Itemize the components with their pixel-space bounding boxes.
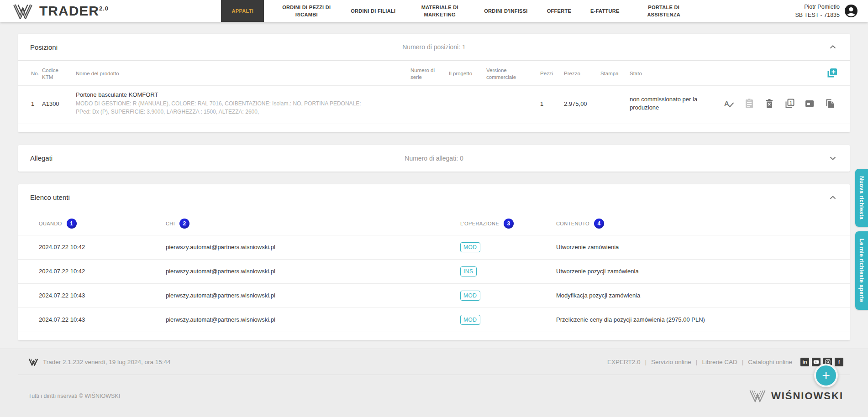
positions-collapse-button[interactable] — [828, 42, 838, 52]
position-no: 1 — [18, 85, 39, 124]
footer-links: EXPERT2.0 | Servizio online | Librerie C… — [607, 358, 850, 366]
position-print — [598, 85, 627, 124]
footer-bottom-row: Tutti i diritti riservati © WIŚNIOWSKI W… — [18, 375, 850, 417]
log-who: pierwszy.automat@partners.wisniowski.pl — [162, 259, 457, 283]
copy-icon[interactable] — [824, 98, 835, 109]
step-1-badge: 1 — [67, 219, 77, 229]
log-content: Utworzenie zamówienia — [552, 235, 850, 259]
nav-item-offerte[interactable]: OFFERTE — [545, 0, 573, 22]
col-header-who: CHI 2 — [162, 211, 457, 235]
nav-item-ordini-infissi[interactable]: ORDINI D'INFISSI — [482, 0, 529, 22]
nav-item-e-fatture[interactable]: E-FATTURE — [589, 0, 621, 22]
validate-icon[interactable]: A — [724, 98, 735, 109]
new-request-tab[interactable]: Nuova richiesta — [855, 169, 868, 227]
col-header-when: QUANDO 1 — [18, 211, 162, 235]
position-status: non commissionato per la produzione — [627, 85, 713, 124]
operation-badge: MOD — [460, 315, 480, 325]
youtube-icon[interactable] — [812, 358, 821, 366]
facebook-icon[interactable]: f — [835, 358, 843, 366]
operation-badge: MOD — [460, 291, 480, 301]
delete-icon[interactable] — [764, 98, 775, 109]
col-header-product-name: Nome del prodotto — [73, 61, 408, 85]
user-info: Piotr Pomietło SB TEST - 71835 — [795, 3, 840, 19]
col-header-version: Versione commerciale — [484, 61, 537, 85]
nav-item-materiale-marketing[interactable]: MATERIALE DI MARKETING — [413, 0, 467, 22]
attachments-panel: Allegati Numero di allegati: 0 — [18, 145, 850, 172]
log-when: 2024.07.22 10:43 — [18, 308, 162, 332]
order-card-icon[interactable] — [804, 98, 815, 109]
product-description: MODO DI GESTIONE: R (MANUALE), COLORE: R… — [76, 99, 377, 116]
app-logo[interactable]: TRADER2.0 — [13, 3, 150, 19]
user-account: SB TEST - 71835 — [795, 11, 840, 19]
log-row: 2024.07.22 10:42 pierwszy.automat@partne… — [18, 259, 850, 283]
link-servizio-online[interactable]: Servizio online — [651, 359, 691, 365]
chevron-up-icon — [828, 42, 838, 52]
step-4-badge: 4 — [594, 219, 604, 229]
col-header-content: CONTENUTO 4 — [552, 211, 850, 235]
log-who: pierwszy.automat@partners.wisniowski.pl — [162, 308, 457, 332]
positions-table-header-row: No. Codice KTM Nome del prodotto Numero … — [18, 61, 850, 85]
link-expert20[interactable]: EXPERT2.0 — [607, 359, 641, 365]
footer-brand-name: WIŚNIOWSKI — [771, 390, 843, 402]
top-navigation-bar: TRADER2.0 APPALTI ORDINI DI PEZZI DI RIC… — [0, 0, 868, 22]
col-header-operation: L'OPERAZIONE 3 — [457, 211, 552, 235]
log-when: 2024.07.22 10:43 — [18, 283, 162, 308]
nav-item-appalti[interactable]: APPALTI — [221, 0, 264, 22]
avatar-icon[interactable] — [844, 4, 858, 18]
nav-item-ordini-pezzi-ricambi[interactable]: ORDINI DI PEZZI DI RICAMBI — [279, 0, 333, 22]
nav-item-portale-assistenza[interactable]: PORTALE DI ASSISTENZA — [637, 0, 691, 22]
user-name: Piotr Pomietło — [795, 3, 840, 11]
user-log-title: Elenco utenti — [30, 193, 70, 201]
positions-table: No. Codice KTM Nome del prodotto Numero … — [18, 61, 850, 132]
copyright-text: Tutti i diritti riservati © WIŚNIOWSKI — [18, 393, 120, 399]
add-position-icon — [826, 68, 838, 78]
user-menu[interactable]: Piotr Pomietło SB TEST - 71835 — [762, 3, 858, 19]
col-header-pieces: Pezzi — [537, 61, 561, 85]
position-row[interactable]: 1 A1300 Portone basculante KOMFORT MODO … — [18, 85, 850, 124]
app-version: Trader 2.1.232 venerdì, 19 lug 2024, ora… — [18, 358, 170, 366]
nav-item-ordini-filiali[interactable]: ORDINI DI FILIALI — [349, 0, 397, 22]
col-header-status: Stato — [627, 61, 713, 85]
floating-add-button[interactable]: + — [814, 364, 838, 387]
col-header-ktm: Codice KTM — [39, 61, 73, 85]
col-header-project: Il progetto — [446, 61, 484, 85]
log-content: Modyfikacja pozycji zamówienia — [552, 283, 850, 308]
attachments-expand-button[interactable] — [828, 153, 838, 163]
attachments-title: Allegati — [30, 154, 53, 162]
position-product: Portone basculante KOMFORT MODO DI GESTI… — [73, 85, 408, 124]
positions-title: Posizioni — [30, 43, 58, 51]
footer-brand: WIŚNIOWSKI — [748, 389, 850, 403]
step-2-badge: 2 — [179, 219, 189, 229]
log-row: 2024.07.22 10:42 pierwszy.automat@partne… — [18, 235, 850, 259]
attachments-panel-header: Allegati Numero di allegati: 0 — [18, 145, 850, 172]
svg-text:1: 1 — [789, 100, 792, 105]
specification-icon[interactable] — [744, 98, 755, 109]
footer: Trader 2.1.232 venerdì, 19 lug 2024, ora… — [0, 349, 868, 417]
position-project — [446, 85, 484, 124]
user-log-header-row: QUANDO 1 CHI 2 L'OPERAZIONE 3 CONTENUTO … — [18, 211, 850, 235]
chevron-up-icon — [828, 193, 838, 203]
linkedin-icon[interactable]: in — [800, 358, 809, 366]
positions-panel: Posizioni Numero di posizioni: 1 No. Cod… — [18, 34, 850, 132]
user-log-collapse-button[interactable] — [828, 193, 838, 203]
product-name: Portone basculante KOMFORT — [76, 91, 405, 98]
link-librerie-cad[interactable]: Librerie CAD — [702, 359, 737, 365]
log-row: 2024.07.22 10:43 pierwszy.automat@partne… — [18, 283, 850, 308]
attachments-count: Numero di allegati: 0 — [18, 155, 850, 162]
step-3-badge: 3 — [504, 219, 514, 229]
log-row: 2024.07.22 10:43 pierwszy.automat@partne… — [18, 308, 850, 332]
link-cataloghi-online[interactable]: Cataloghi online — [748, 359, 792, 365]
user-log-panel-header: Elenco utenti — [18, 184, 850, 211]
svg-text:A: A — [724, 99, 729, 107]
log-when: 2024.07.22 10:42 — [18, 259, 162, 283]
wisniowski-w-logo-icon — [13, 3, 33, 19]
duplicate-count-icon[interactable]: 1 — [784, 98, 795, 109]
log-who: pierwszy.automat@partners.wisniowski.pl — [162, 283, 457, 308]
my-open-requests-tab[interactable]: Le mie richieste aperte — [855, 231, 868, 309]
add-position-button[interactable] — [826, 68, 838, 78]
chevron-down-icon — [828, 153, 838, 163]
main-content: Posizioni Numero di posizioni: 1 No. Cod… — [0, 22, 868, 367]
log-content: Utworzenie pozycji zamówienia — [552, 259, 850, 283]
position-ktm-code: A1300 — [39, 85, 73, 124]
position-version — [484, 85, 537, 124]
